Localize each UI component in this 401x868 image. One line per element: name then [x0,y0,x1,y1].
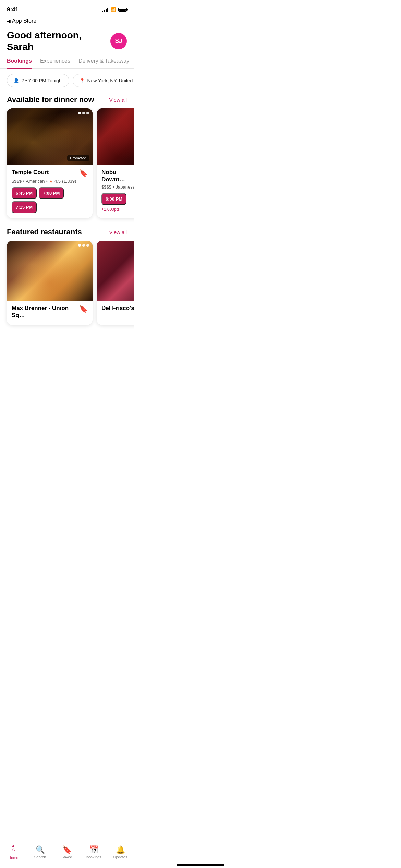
dot-3 [86,112,89,114]
nobu-cuisine: Japanese [116,184,134,190]
main-tabs: Bookings Experiences Delivery & Takeaway [0,55,134,69]
status-bar: 9:41 📶 [0,0,134,16]
location-icon: 📍 [79,78,85,83]
dot-2 [82,112,85,114]
back-arrow-icon: ◀ [7,18,11,24]
nobu-timeslots: 6:00 PM [101,193,134,205]
timeslot-700pm[interactable]: 7:00 PM [39,187,64,199]
max-brenner-image [7,241,93,301]
signal-icon [102,7,108,12]
filter-row: 👤 2 • 7:00 PM Tonight 📍 New York, NY, Un… [0,69,134,93]
status-icons: 📶 [102,7,127,12]
max-brenner-title-row: Max Brenner - Union Sq… 🔖 [12,305,88,319]
mb-dot-3 [86,244,89,247]
featured-view-all[interactable]: View all [109,229,127,235]
temple-court-reviews: (1,339) [62,179,76,184]
page-header: Good afternoon, Sarah SJ [0,24,134,55]
greeting-text: Good afternoon, Sarah [7,29,110,52]
restaurant-card-temple-court[interactable]: Promoted Temple Court 🔖 $$$$ • American … [7,108,93,218]
del-frisco-name: Del Frisco's G… [101,305,134,312]
featured-card-max-brenner[interactable]: Max Brenner - Union Sq… 🔖 [7,241,93,325]
nobu-image [97,108,134,165]
nobu-name: Nobu Downt… [101,169,134,183]
temple-court-timeslots: 6:45 PM 7:00 PM 7:15 PM [12,187,88,213]
max-brenner-body: Max Brenner - Union Sq… 🔖 [7,301,93,325]
promoted-badge: Promoted [67,155,89,161]
star-icon: ★ [49,179,53,184]
battery-icon [118,8,127,12]
restaurant-card-nobu[interactable]: Nobu Downt… 🔖 $$$$ • Japanese 6:00 PM +1… [97,108,134,218]
temple-court-price: $$$$ [12,179,22,184]
temple-court-rating: 4.5 [54,179,61,184]
guests-icon: 👤 [13,78,19,83]
image-dots [78,112,89,114]
back-nav[interactable]: ◀ App Store [0,16,134,24]
mb-dot-1 [78,244,81,247]
guests-filter-label: 2 • 7:00 PM Tonight [21,78,63,83]
featured-section-title: Featured restaurants [7,228,82,237]
tab-bookings[interactable]: Bookings [7,58,32,68]
del-frisco-title-row: Del Frisco's G… [101,305,134,312]
temple-court-title-row: Temple Court 🔖 [12,169,88,177]
mb-dot-2 [82,244,85,247]
tab-delivery[interactable]: Delivery & Takeaway [78,58,129,68]
dinner-section-title: Available for dinner now [7,95,94,104]
featured-section-header: Featured restaurants View all [0,225,134,241]
status-time: 9:41 [7,6,19,13]
nobu-price: $$$$ [101,184,111,190]
featured-cards-row: Max Brenner - Union Sq… 🔖 Del Frisco's G… [0,241,134,332]
featured-card-del-frisco[interactable]: Del Frisco's G… [97,241,134,325]
temple-court-name: Temple Court [12,169,49,176]
nobu-meta: $$$$ • Japanese [101,184,134,190]
dot-1 [78,112,81,114]
dinner-cards-row: Promoted Temple Court 🔖 $$$$ • American … [0,108,134,225]
temple-court-bookmark[interactable]: 🔖 [79,169,88,177]
location-filter-label: New York, NY, United States [87,78,134,83]
temple-court-image: Promoted [7,108,93,165]
guests-filter[interactable]: 👤 2 • 7:00 PM Tonight [7,74,69,87]
max-brenner-dots [78,244,89,247]
wifi-icon: 📶 [110,7,116,12]
dinner-view-all[interactable]: View all [109,97,127,103]
max-brenner-bookmark[interactable]: 🔖 [79,305,88,313]
temple-court-cuisine: American [26,179,45,184]
max-brenner-name: Max Brenner - Union Sq… [12,305,76,319]
timeslot-645pm[interactable]: 6:45 PM [12,187,37,199]
avatar[interactable]: SJ [110,33,127,49]
del-frisco-image [97,241,134,301]
nobu-title-row: Nobu Downt… 🔖 [101,169,134,183]
del-frisco-body: Del Frisco's G… [97,301,134,318]
temple-court-meta: $$$$ • American • ★ 4.5 (1,339) [12,179,88,184]
temple-court-body: Temple Court 🔖 $$$$ • American • ★ 4.5 (… [7,165,93,218]
nobu-body: Nobu Downt… 🔖 $$$$ • Japanese 6:00 PM +1… [97,165,134,217]
location-filter[interactable]: 📍 New York, NY, United States [73,74,134,87]
nobu-timeslot-600pm[interactable]: 6:00 PM [101,193,126,205]
timeslot-715pm[interactable]: 7:15 PM [12,201,37,213]
nobu-points: +1,000pts [101,207,134,212]
back-nav-label: App Store [12,18,36,24]
dinner-section-header: Available for dinner now View all [0,93,134,108]
tab-experiences[interactable]: Experiences [40,58,70,68]
